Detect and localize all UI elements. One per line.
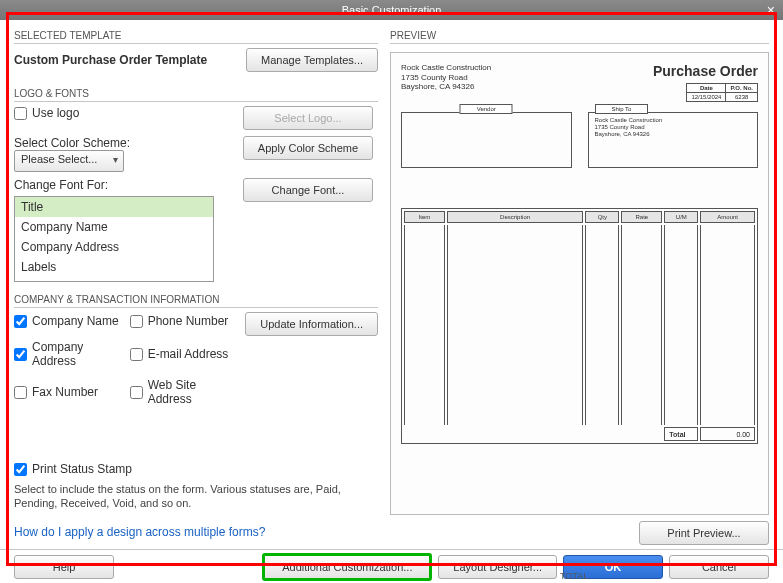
close-icon[interactable]: ×: [767, 2, 775, 18]
cb-phone-number[interactable]: [130, 315, 143, 328]
bottom-button-bar: Help Additional Customization... Layout …: [0, 549, 783, 583]
pv-shipto-name: Rock Castle Construction: [595, 117, 752, 124]
cb-email-address[interactable]: [130, 348, 143, 361]
pv-meta-h1: P.O. No.: [726, 84, 758, 93]
cb-company-address[interactable]: [14, 348, 27, 361]
pv-company-name: Rock Castle Construction: [401, 63, 491, 73]
company-info-section: COMPANY & TRANSACTION INFORMATION Compan…: [14, 294, 378, 511]
lbl-email-address: E-mail Address: [148, 347, 229, 361]
pv-ih1: Description: [447, 211, 583, 223]
pv-vendor-header: Vendor: [460, 104, 513, 114]
manage-templates-button[interactable]: Manage Templates...: [246, 48, 378, 72]
pv-ih5: Amount: [700, 211, 755, 223]
lbl-fax-number: Fax Number: [32, 385, 98, 399]
font-item-labels[interactable]: Labels: [15, 257, 213, 277]
pv-items-table: Item Description Qty Rate U/M Amount Tot…: [401, 208, 758, 444]
lbl-website-address: Web Site Address: [148, 378, 238, 406]
lbl-phone-number: Phone Number: [148, 314, 229, 328]
preview-pane: Rock Castle Construction 1735 County Roa…: [390, 52, 769, 515]
logo-fonts-section: LOGO & FONTS Use logo Select Logo...: [14, 88, 378, 282]
use-logo-checkbox[interactable]: [14, 107, 27, 120]
pv-meta-v0: 12/15/2024: [687, 93, 726, 102]
preview-header: PREVIEW: [390, 30, 769, 44]
basic-customization-dialog: Basic Customization × SELECTED TEMPLATE …: [0, 0, 783, 583]
window-title: Basic Customization: [342, 4, 442, 16]
cancel-button[interactable]: Cancel: [669, 555, 769, 579]
print-status-description: Select to include the status on the form…: [14, 482, 374, 511]
pv-meta-h0: Date: [687, 84, 726, 93]
pv-ih0: Item: [404, 211, 445, 223]
pv-ih2: Qty: [585, 211, 619, 223]
font-item-title[interactable]: Title: [15, 197, 213, 217]
color-scheme-value: Please Select...: [21, 153, 97, 165]
color-scheme-select[interactable]: Please Select...: [14, 150, 124, 172]
logo-fonts-header: LOGO & FONTS: [14, 88, 378, 102]
color-scheme-label: Select Color Scheme:: [14, 136, 226, 150]
pv-total-value: 0.00: [700, 427, 755, 441]
apply-color-scheme-button[interactable]: Apply Color Scheme: [243, 136, 373, 160]
footer-total-text: TOTAL: [560, 571, 588, 581]
print-preview-button[interactable]: Print Preview...: [639, 521, 769, 545]
change-font-label: Change Font For:: [14, 178, 226, 192]
company-info-header: COMPANY & TRANSACTION INFORMATION: [14, 294, 378, 308]
pv-company-addr1: 1735 County Road: [401, 73, 491, 83]
font-item-company-name[interactable]: Company Name: [15, 217, 213, 237]
cb-company-name[interactable]: [14, 315, 27, 328]
additional-customization-button[interactable]: Additional Customization...: [262, 553, 432, 581]
pv-shipto-box: Ship To Rock Castle Construction 1735 Co…: [588, 112, 759, 168]
left-panel: SELECTED TEMPLATE Custom Purchase Order …: [0, 20, 390, 549]
select-logo-button[interactable]: Select Logo...: [243, 106, 373, 130]
pv-doc-title: Purchase Order: [653, 63, 758, 79]
selected-template-header: SELECTED TEMPLATE: [14, 30, 378, 44]
help-button[interactable]: Help: [14, 555, 114, 579]
pv-meta-table: Date P.O. No. 12/15/2024 6238: [686, 83, 758, 102]
change-font-button[interactable]: Change Font...: [243, 178, 373, 202]
pv-shipto-addr2: Bayshore, CA 94326: [595, 131, 752, 138]
pv-ih4: U/M: [664, 211, 698, 223]
pv-company-addr2: Bayshore, CA 94326: [401, 82, 491, 92]
selected-template-section: SELECTED TEMPLATE Custom Purchase Order …: [14, 30, 378, 82]
pv-shipto-header: Ship To: [595, 104, 649, 114]
update-information-button[interactable]: Update Information...: [245, 312, 378, 336]
cb-print-status-stamp[interactable]: [14, 463, 27, 476]
template-name: Custom Purchase Order Template: [14, 53, 207, 67]
titlebar: Basic Customization ×: [0, 0, 783, 20]
cb-website-address[interactable]: [130, 386, 143, 399]
pv-meta-v1: 6238: [726, 93, 758, 102]
right-panel: PREVIEW Rock Castle Construction 1735 Co…: [390, 20, 783, 549]
use-logo-label: Use logo: [32, 106, 79, 120]
pv-total-label: Total: [664, 427, 698, 441]
font-list[interactable]: Title Company Name Company Address Label…: [14, 196, 214, 282]
pv-company-block: Rock Castle Construction 1735 County Roa…: [401, 63, 491, 102]
pv-shipto-addr1: 1735 County Road: [595, 124, 752, 131]
pv-vendor-box: Vendor: [401, 112, 572, 168]
lbl-print-status-stamp: Print Status Stamp: [32, 462, 132, 476]
help-link-apply-design[interactable]: How do I apply a design across multiple …: [14, 525, 378, 539]
font-item-company-address[interactable]: Company Address: [15, 237, 213, 257]
lbl-company-address: Company Address: [32, 340, 122, 368]
pv-ih3: Rate: [621, 211, 662, 223]
lbl-company-name: Company Name: [32, 314, 119, 328]
cb-fax-number[interactable]: [14, 386, 27, 399]
layout-designer-button[interactable]: Layout Designer...: [438, 555, 557, 579]
